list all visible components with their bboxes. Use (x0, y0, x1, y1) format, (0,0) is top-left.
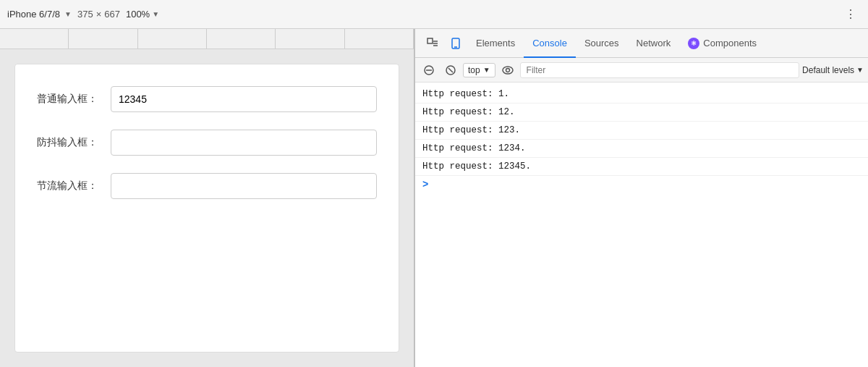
svg-line-9 (448, 68, 453, 72)
bar-segment-1 (0, 29, 69, 48)
default-levels-icon: ▼ (856, 66, 864, 74)
input-row-0: 普通输入框： (37, 86, 377, 112)
inspect-element-button[interactable] (421, 32, 444, 55)
devtools-tabs: Elements Console Sources Network ⚛ Compo… (415, 29, 868, 58)
device-panel: 普通输入框： 防抖输入框： 节流输入框： (0, 29, 414, 367)
console-line: Http request: 12345. (415, 158, 868, 176)
bar-segment-5 (276, 29, 344, 48)
tab-network[interactable]: Network (628, 29, 680, 58)
device-name: iPhone 6/7/8 (7, 9, 60, 20)
dimension-display: 375 × 667 (77, 9, 120, 20)
device-selector[interactable]: iPhone 6/7/8 ▼ (7, 9, 72, 20)
console-toolbar: top ▼ Default levels ▼ (415, 58, 868, 83)
input-label-1: 防抖输入框： (37, 136, 102, 149)
tab-elements[interactable]: Elements (467, 29, 524, 58)
main-layout: 普通输入框： 防抖输入框： 节流输入框： (0, 29, 868, 367)
device-toggle-button[interactable] (444, 32, 467, 55)
bar-segment-3 (138, 29, 207, 48)
console-output: Http request: 1.Http request: 12.Http re… (415, 83, 868, 367)
debounce-input[interactable] (111, 130, 377, 156)
width-value: 375 (77, 9, 93, 20)
svg-point-10 (503, 67, 513, 74)
console-prompt-line: > (415, 176, 868, 193)
separator: × (96, 9, 102, 20)
tab-sources[interactable]: Sources (576, 29, 628, 58)
console-line: Http request: 1234. (415, 140, 868, 158)
tab-components[interactable]: ⚛ Components (679, 29, 765, 58)
input-row-2: 节流输入框： (37, 173, 377, 199)
zoom-control[interactable]: 100% ▼ (126, 9, 159, 20)
bar-segment-4 (207, 29, 276, 48)
svg-rect-0 (427, 38, 433, 43)
default-levels-label: Default levels (802, 65, 854, 75)
default-levels-dropdown[interactable]: Default levels ▼ (802, 65, 864, 75)
react-icon: ⚛ (688, 38, 699, 49)
zoom-dropdown-icon: ▼ (152, 10, 159, 18)
input-label-0: 普通输入框： (37, 93, 102, 106)
context-value: top (468, 65, 480, 75)
input-row-1: 防抖输入框： (37, 130, 377, 156)
eye-button[interactable] (498, 61, 517, 80)
console-line: Http request: 123. (415, 122, 868, 140)
console-line: Http request: 12. (415, 104, 868, 122)
tab-console[interactable]: Console (524, 29, 576, 58)
devtools-panel: Elements Console Sources Network ⚛ Compo… (414, 29, 868, 367)
stop-icon-button[interactable] (441, 61, 460, 80)
context-selector[interactable]: top ▼ (463, 63, 495, 77)
top-toolbar: iPhone 6/7/8 ▼ 375 × 667 100% ▼ ⋮ (0, 0, 868, 29)
bar-segment-2 (69, 29, 137, 48)
svg-point-11 (506, 68, 509, 72)
zoom-value: 100% (126, 9, 150, 20)
console-prompt-symbol: > (422, 179, 428, 190)
more-options-button[interactable]: ⋮ (841, 6, 861, 22)
device-content: 普通输入框： 防抖输入框： 节流输入框： (14, 64, 399, 353)
input-label-2: 节流输入框： (37, 180, 102, 193)
console-line: Http request: 1. (415, 85, 868, 104)
filter-input[interactable] (520, 62, 799, 78)
device-dropdown-icon: ▼ (64, 10, 72, 18)
clear-console-button[interactable] (420, 61, 438, 80)
height-value: 667 (104, 9, 120, 20)
throttle-input[interactable] (111, 173, 377, 199)
normal-input[interactable] (111, 86, 377, 112)
components-label: Components (703, 38, 757, 48)
device-frame-bar (0, 29, 414, 49)
bar-segment-6 (345, 29, 414, 48)
context-dropdown-icon: ▼ (483, 66, 490, 74)
